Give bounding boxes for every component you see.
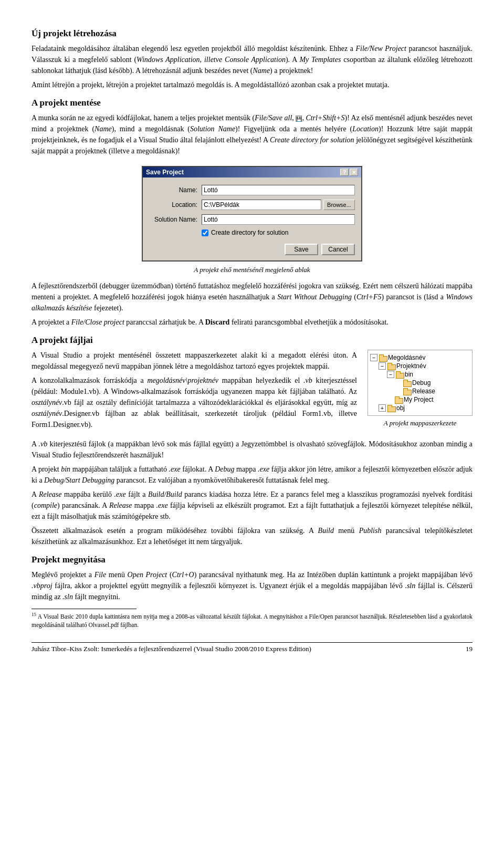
root-expand[interactable]: − (370, 354, 377, 361)
checkbox-row: Create directory for solution (202, 229, 355, 236)
heading-save-project: A projekt mentése (32, 98, 472, 108)
checkbox-label: Create directory for solution (211, 229, 288, 236)
solution-input[interactable] (202, 214, 355, 225)
debug-label: Debug (412, 379, 430, 386)
tree-item-obj: + obj (370, 404, 470, 412)
location-input[interactable] (202, 200, 321, 210)
solution-row: Solution Name: (149, 214, 355, 225)
paragraph-release-folder: A Release mappába kerülő .exe fájlt a Bu… (32, 489, 472, 522)
root-label: Megoldásnév (388, 354, 425, 361)
save-all-icon: 💾 (296, 116, 302, 122)
obj-expand[interactable]: + (379, 404, 386, 412)
tree-item-bin: − bin (370, 370, 470, 379)
myproject-folder-icon (394, 396, 403, 403)
bin-label: bin (405, 371, 413, 378)
dialog-buttons: Save Cancel (149, 242, 355, 255)
dialog-titlebar-buttons: ? ✕ (340, 169, 358, 176)
heading-open-project: Projekt megnyitása (32, 555, 472, 565)
obj-label: obj (396, 404, 405, 412)
dialog-container: Save Project ? ✕ Name: Location: Browse.… (32, 166, 472, 262)
tree-item-project: − Projektnév (370, 362, 470, 370)
release-label: Release (412, 388, 435, 395)
bin-expand[interactable]: − (387, 371, 394, 378)
name-row: Name: (149, 185, 355, 195)
paragraph-folder-structure: A Visual Studio a projekt mentésénél öss… (32, 350, 357, 372)
dialog-close-btn[interactable]: ✕ (350, 169, 358, 176)
footer-page-number: 19 (466, 645, 472, 653)
dialog-help-btn[interactable]: ? (340, 169, 349, 176)
solution-label: Solution Name: (149, 216, 202, 223)
paragraph-bin-folder: A projekt bin mappájában találjuk a futt… (32, 464, 472, 486)
project-folder-icon (387, 363, 395, 370)
location-input-group: Browse... (202, 200, 355, 210)
name-label: Name: (149, 186, 202, 194)
location-row: Location: Browse... (149, 200, 355, 210)
name-input[interactable] (202, 185, 355, 195)
tree-item-release: Release (370, 387, 470, 395)
bin-folder-icon (395, 371, 404, 378)
page: Új projekt létrehozása Feladataink megol… (0, 0, 504, 664)
tree-caption: A projekt mappaszerkezete (368, 419, 472, 427)
footer: Juhász Tibor–Kiss Zsolt: Ismerkedés a fe… (32, 642, 472, 653)
two-col-section: A Visual Studio a projekt mentésénél öss… (32, 350, 472, 433)
footnote-divider (32, 609, 136, 609)
obj-folder-icon (387, 405, 395, 412)
paragraph-publish: Összetett alkalmazások esetén a program … (32, 525, 472, 547)
paragraph-source-code: A konzolalkalmazások forráskódja a megol… (32, 375, 357, 430)
create-dir-checkbox[interactable] (202, 229, 208, 236)
project-label: Projektnév (396, 362, 426, 370)
heading-new-project: Új projekt létrehozása (32, 28, 472, 39)
save-project-dialog: Save Project ? ✕ Name: Location: Browse.… (142, 166, 362, 262)
paragraph-vb-files: A .vb kiterjesztésű fájlok (a mappákban … (32, 438, 472, 461)
browse-button[interactable]: Browse... (323, 200, 355, 210)
tree-item-debug: Debug (370, 379, 470, 387)
project-expand[interactable]: − (379, 362, 386, 370)
release-folder-icon (403, 388, 411, 395)
paragraph-debug-rights: A fejlesztőrendszerből (debugger üzemmód… (32, 280, 472, 313)
tree-root: − Megoldásnév (370, 353, 470, 362)
paragraph-save-desc: A munka során ne az egyedi kódfájlokat, … (32, 112, 472, 156)
paragraph-open-desc: Meglévő projektet a File menü Open Proje… (32, 569, 472, 602)
dialog-body: Name: Location: Browse... Solution Name: (143, 177, 361, 260)
dialog-title: Save Project (146, 169, 184, 176)
footer-left: Juhász Tibor–Kiss Zsolt: Ismerkedés a fe… (32, 645, 311, 653)
right-column: − Megoldásnév − Projektnév − bin (368, 350, 472, 433)
save-button[interactable]: Save (285, 244, 318, 255)
left-column: A Visual Studio a projekt mentésénél öss… (32, 350, 357, 433)
dialog-titlebar: Save Project ? ✕ (143, 167, 361, 177)
location-label: Location: (149, 201, 202, 208)
root-folder-icon (379, 354, 387, 361)
heading-project-files: A projekt fájljai (32, 335, 472, 346)
debug-folder-icon (403, 380, 411, 386)
dialog-caption: A projekt első mentésénél megjelenő abla… (32, 266, 472, 274)
footnote: 15 A Visual Basic 2010 dupla kattintásra… (32, 611, 472, 629)
cancel-button[interactable]: Cancel (321, 244, 355, 255)
file-tree: − Megoldásnév − Projektnév − bin (368, 350, 472, 416)
paragraph-intro: Feladataink megoldásához általában elege… (32, 43, 472, 76)
myproject-label: My Project (404, 396, 434, 403)
tree-item-myproject: My Project (370, 395, 470, 404)
footnote-number: 15 (32, 612, 36, 617)
paragraph-solution: Amint létrejön a projekt, létrejön a pro… (32, 79, 472, 90)
paragraph-close-project: A projektet a File/Close project parancc… (32, 317, 472, 328)
